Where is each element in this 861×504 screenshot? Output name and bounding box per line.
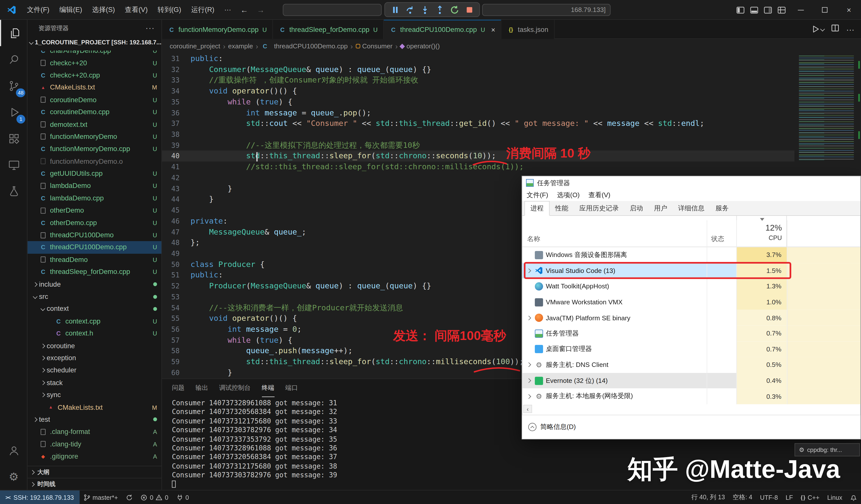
panel-tab-1[interactable]: 输出 (195, 379, 208, 397)
customize-layout-icon[interactable] (775, 0, 789, 20)
breadcrumb-item[interactable]: operator()() (400, 42, 440, 50)
step-over-icon[interactable] (405, 5, 415, 14)
folder-item[interactable]: stack (27, 377, 162, 389)
code-line-35[interactable]: 35 while (true) { (162, 97, 794, 107)
panel-tab-2[interactable]: 调试控制台 (219, 379, 251, 397)
remote-indicator[interactable]: >< SSH: 192.168.79.133 (0, 490, 79, 504)
file-item[interactable]: demotext.txtU (27, 118, 162, 131)
stop-icon[interactable] (464, 5, 474, 14)
file-item[interactable]: threadDemoU (27, 254, 162, 266)
accounts-icon[interactable] (0, 437, 27, 464)
nav-back-icon[interactable]: ← (236, 5, 252, 14)
process-row[interactable]: ⚙服务主机: 本地服务(网络受限)0.3% (522, 389, 860, 404)
tm-menu-2[interactable]: 查看(V) (584, 191, 615, 200)
problems-indicator[interactable]: 0 0 (137, 490, 172, 504)
folder-item[interactable]: src (27, 290, 162, 303)
code-line-37[interactable]: 37 std::cout << "Consumer " << std::this… (162, 118, 794, 129)
tm-tab-5[interactable]: 详细信息 (673, 202, 710, 215)
tm-tab-6[interactable]: 服务 (710, 202, 734, 215)
tab-threadCPU100Demo.cpp[interactable]: CthreadCPU100Demo.cppU× (384, 20, 502, 39)
tab-functionMemoryDemo.cpp[interactable]: CfunctionMemoryDemo.cppU (162, 20, 273, 39)
search-icon[interactable] (0, 46, 27, 72)
file-item[interactable]: ClambdaDemo.cppU (27, 192, 162, 204)
cursor-position[interactable]: 行 40, 列 13 (687, 490, 729, 504)
menu-item-3[interactable]: 查看(V) (120, 0, 152, 19)
file-item[interactable]: lambdaDemoU (27, 180, 162, 192)
eol[interactable]: LF (782, 490, 797, 504)
indentation[interactable]: 空格: 4 (729, 490, 756, 504)
close-tab-icon[interactable]: × (491, 25, 495, 33)
expand-icon[interactable] (527, 363, 531, 367)
horizontal-scrollbar[interactable]: ‹ (522, 404, 860, 414)
file-item[interactable]: ▲CMakeLists.txtM (27, 81, 162, 94)
folder-item[interactable]: include (27, 278, 162, 290)
remote-os[interactable]: Linux (823, 490, 846, 504)
file-item[interactable]: Ccontext.hU (27, 327, 162, 340)
folder-item[interactable]: test (27, 413, 162, 426)
encoding[interactable]: UTF-8 (756, 490, 782, 504)
explorer-icon[interactable] (0, 20, 27, 46)
language-mode[interactable]: { } C++ (797, 490, 823, 504)
process-row[interactable]: 任务管理器0.7% (522, 326, 860, 341)
file-item[interactable]: threadCPU100DemoU (27, 229, 162, 241)
process-row[interactable]: Java(TM) Platform SE binary0.8% (522, 310, 860, 326)
tm-tab-0[interactable]: 进程 (524, 201, 549, 216)
toggle-secondary-sidebar-icon[interactable] (761, 0, 775, 20)
file-item[interactable]: CthreadCPU100Demo.cppU (27, 241, 162, 254)
restart-icon[interactable] (449, 5, 459, 14)
expand-icon[interactable] (527, 378, 531, 383)
folder-item[interactable]: exception (27, 352, 162, 364)
more-actions-button[interactable]: ··· (846, 24, 854, 33)
expand-icon[interactable] (527, 316, 531, 320)
run-button[interactable] (811, 25, 824, 33)
process-row[interactable]: VMware Workstation VMX1.0% (522, 295, 860, 310)
timeline-section[interactable]: 时间线 (27, 478, 162, 490)
branch-indicator[interactable]: master*+ (79, 490, 122, 504)
file-item[interactable]: CthreadSleep_forDemo.cppU (27, 266, 162, 278)
notifications-bell-icon[interactable] (846, 490, 861, 504)
testing-icon[interactable] (0, 178, 27, 204)
scroll-left-icon[interactable]: ‹ (523, 405, 532, 413)
split-editor-button[interactable] (831, 24, 839, 35)
file-item[interactable]: otherDemoU (27, 204, 162, 217)
command-center[interactable]: 168.79.133] (482, 4, 611, 16)
menu-item-2[interactable]: 选择(S) (87, 0, 120, 19)
column-cpu[interactable]: 12% CPU (736, 216, 787, 247)
file-item[interactable]: CcoroutineDemo.cppU (27, 106, 162, 118)
run-debug-icon[interactable]: 1 (0, 99, 27, 125)
outline-section[interactable]: 大纲 (27, 466, 162, 478)
file-item[interactable]: Ccontext.cppU (27, 315, 162, 327)
close-button[interactable]: × (837, 0, 861, 20)
project-root[interactable]: 1_COROUTINE_PROJECT [SSH: 192.168.7... (27, 36, 162, 48)
code-line-39[interactable]: 39 //--这里模拟下消息的处理过程，每次都需要10秒 (162, 140, 794, 151)
process-row[interactable]: ⚙服务主机: DNS Client0.5% (522, 357, 860, 373)
menu-item-4[interactable]: 转到(G) (153, 0, 187, 19)
panel-tab-4[interactable]: 端口 (285, 379, 298, 397)
step-out-icon[interactable] (435, 5, 445, 14)
file-item[interactable]: CcharArrayDemo.cppU (27, 51, 162, 57)
code-line-36[interactable]: 36 int message = queue_.pop(); (162, 107, 794, 118)
file-item[interactable]: checkc++20U (27, 57, 162, 69)
process-row[interactable]: Windows 音频设备图形隔离3.7% (522, 247, 860, 263)
tm-tab-2[interactable]: 应用历史记录 (574, 202, 625, 215)
file-item[interactable]: functionMemoryDemo.o (27, 155, 162, 167)
settings-gear-icon[interactable]: ⚙ (0, 464, 27, 490)
file-item[interactable]: .clang-formatA (27, 426, 162, 438)
process-row[interactable]: Watt Toolkit(AppHost)1.3% (522, 279, 860, 295)
tm-menu-1[interactable]: 选项(O) (552, 191, 584, 200)
folder-item[interactable]: sync (27, 389, 162, 401)
breadcrumb-item[interactable]: CthreadCPU100Demo.cpp (261, 42, 347, 50)
file-item[interactable]: ▲CMakeLists.txtM (27, 401, 162, 413)
toggle-panel-icon[interactable] (747, 0, 761, 20)
code-line-38[interactable]: 38 (162, 129, 794, 140)
ports-indicator[interactable]: 0 (172, 490, 193, 504)
remote-explorer-icon[interactable] (0, 152, 27, 178)
extensions-icon[interactable] (0, 125, 27, 152)
minimize-button[interactable] (789, 0, 813, 20)
menu-item-6[interactable]: ··· (219, 0, 236, 19)
column-status[interactable]: 状态 (711, 234, 724, 244)
expand-icon[interactable] (527, 394, 531, 399)
process-row[interactable]: Evernote (32 位) (14)0.4% (522, 373, 860, 389)
breadcrumb-item[interactable]: example (228, 42, 253, 50)
breadcrumb-item[interactable]: coroutine_project (170, 42, 220, 50)
